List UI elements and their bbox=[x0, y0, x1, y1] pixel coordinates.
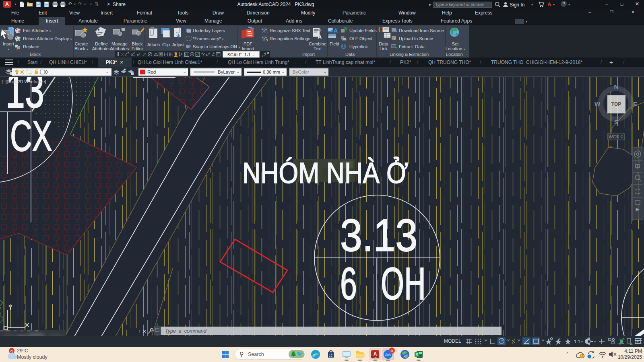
svg-text:WCS: WCS bbox=[609, 134, 619, 139]
svg-text:▾: ▾ bbox=[594, 340, 596, 343]
svg-text:X: X bbox=[415, 352, 418, 356]
svg-text:A: A bbox=[213, 52, 215, 55]
svg-text:6: 6 bbox=[340, 258, 357, 309]
svg-text:TOP: TOP bbox=[611, 101, 621, 107]
svg-text:A: A bbox=[318, 33, 322, 40]
svg-text:3.13: 3.13 bbox=[340, 210, 417, 261]
svg-text:!: ! bbox=[581, 354, 582, 358]
svg-text:NHÓM NHÀ Ở: NHÓM NHÀ Ở bbox=[242, 156, 408, 189]
svg-text:E: E bbox=[633, 101, 637, 107]
svg-text:CX: CX bbox=[10, 112, 52, 160]
svg-text:OH: OH bbox=[381, 258, 426, 309]
svg-text:A: A bbox=[265, 30, 268, 33]
svg-text:▾: ▾ bbox=[581, 340, 583, 343]
svg-text:PDF: PDF bbox=[262, 36, 267, 39]
svg-text:[−][Top][2D Wireframe]: [−][Top][2D Wireframe] bbox=[2, 79, 46, 84]
svg-text:Type a command: Type a command bbox=[165, 328, 207, 334]
svg-text:1:1: 1:1 bbox=[574, 339, 580, 344]
svg-text:N: N bbox=[614, 83, 619, 90]
svg-text:CAD: CAD bbox=[374, 357, 377, 358]
svg-text:S: S bbox=[614, 119, 618, 125]
svg-text:W: W bbox=[594, 101, 601, 107]
svg-text:A: A bbox=[374, 351, 377, 357]
svg-text:A: A bbox=[334, 27, 338, 34]
svg-text:81: 81 bbox=[185, 53, 188, 56]
svg-text:✕: ✕ bbox=[142, 329, 147, 334]
